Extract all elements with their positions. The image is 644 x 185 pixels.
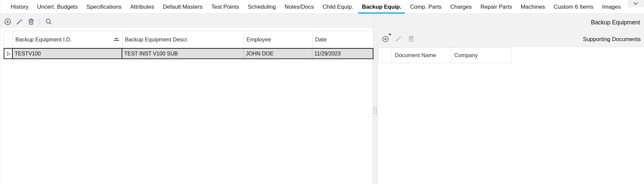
tab-uncert-budgets[interactable]: Uncert. Budgets <box>33 0 82 14</box>
tab-machines[interactable]: Machines <box>516 0 549 14</box>
tab-backup-equip[interactable]: Backup Equip. <box>357 0 406 14</box>
column-header-label: Employee <box>247 36 271 43</box>
add-row-button[interactable] <box>4 18 12 26</box>
tab-specifications[interactable]: Specifications <box>82 0 126 14</box>
column-header-company[interactable]: Company <box>451 48 511 63</box>
tab-images[interactable]: Images <box>598 0 625 14</box>
tab-charges[interactable]: Charges <box>446 0 476 14</box>
column-header-date[interactable]: Date <box>313 31 373 48</box>
delete-row-button[interactable] <box>27 18 35 26</box>
edit-document-button[interactable] <box>394 35 402 43</box>
tab-overflow-button[interactable] <box>627 0 644 7</box>
toolbar-band <box>0 14 644 28</box>
row-expand-button[interactable] <box>4 49 13 58</box>
tab-child-equip[interactable]: Child Equip. <box>318 0 358 14</box>
column-header-label: Backup Equipment I.D. <box>15 36 72 43</box>
magic-wand-icon <box>15 18 23 26</box>
circle-plus-icon <box>4 18 12 26</box>
splitter-grip-icon[interactable] <box>373 108 377 114</box>
tab-scheduling[interactable]: Scheduling <box>244 0 280 14</box>
tab-history[interactable]: History <box>6 0 33 14</box>
table-row[interactable]: TESTV100 TEST INST V100 SUB JOHN DOE 11/… <box>4 48 373 59</box>
column-header-employee[interactable]: Employee <box>244 31 313 48</box>
column-header-label: Company <box>454 52 478 58</box>
tab-repair-parts[interactable]: Repair Parts <box>476 0 516 14</box>
column-header-backup-equipment-descr[interactable]: Backup Equipment Descr. <box>123 31 244 48</box>
delete-document-button[interactable] <box>407 35 415 43</box>
column-header-label: Backup Equipment Descr. <box>125 36 188 43</box>
cell-date[interactable]: 11/29/2023 <box>312 49 373 58</box>
column-header-selector <box>378 48 392 63</box>
column-header-document-name[interactable]: Document Name <box>392 48 451 63</box>
expand-right-icon <box>5 51 11 57</box>
tab-bar: History Uncert. Budgets Specifications A… <box>0 0 644 14</box>
tab-custom-6-items[interactable]: Custom 6 Items <box>549 0 598 14</box>
trash-icon <box>27 18 35 26</box>
add-document-button[interactable] <box>382 35 390 43</box>
left-panel-title: Backup Equipment <box>591 19 640 26</box>
backup-equipment-toolbar <box>4 18 53 26</box>
sort-ascending-icon <box>114 37 119 41</box>
tab-attributes[interactable]: Attributes <box>126 0 159 14</box>
right-panel-title: Supporting Documents <box>583 36 641 43</box>
backup-equipment-grid-header: Backup Equipment I.D. Backup Equipment D… <box>4 31 373 48</box>
edit-row-button[interactable] <box>15 18 23 26</box>
tab-default-masters[interactable]: Default Masters <box>159 0 207 14</box>
tab-test-points[interactable]: Test Points <box>207 0 244 14</box>
dropdown-caret-icon <box>388 34 391 36</box>
toolbar-divider <box>40 18 40 25</box>
tab-notes-docs[interactable]: Notes/Docs <box>280 0 318 14</box>
cell-employee[interactable]: JOHN DOE <box>244 49 312 58</box>
column-header-backup-equipment-id[interactable]: Backup Equipment I.D. <box>13 31 123 48</box>
column-header-label: Date <box>315 36 327 43</box>
chevron-down-icon <box>633 1 639 6</box>
supporting-documents-grid-header: Document Name Company <box>378 47 511 63</box>
magnifier-icon <box>45 18 53 26</box>
magic-wand-icon <box>394 35 402 43</box>
cell-backup-equipment-id[interactable]: TESTV100 <box>13 49 122 58</box>
cell-backup-equipment-descr[interactable]: TEST INST V100 SUB <box>122 49 244 58</box>
tab-comp-parts[interactable]: Comp. Parts <box>406 0 446 14</box>
circle-plus-dropdown-icon <box>382 35 390 43</box>
column-header-selector <box>4 31 13 48</box>
backup-equipment-page: History Uncert. Budgets Specifications A… <box>0 0 644 185</box>
trash-icon <box>407 35 415 43</box>
supporting-documents-toolbar <box>382 35 415 43</box>
search-button[interactable] <box>45 18 53 26</box>
column-header-label: Document Name <box>395 52 436 58</box>
